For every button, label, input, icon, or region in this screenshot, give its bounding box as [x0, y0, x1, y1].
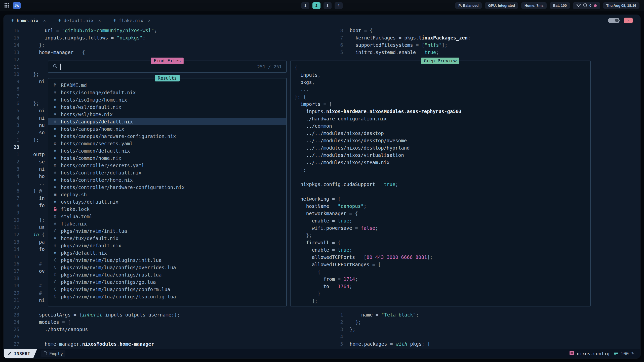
code-line: 27 home-manager.nixosModules.home-manage…: [4, 340, 335, 348]
result-item[interactable]: ▣deploy.sh: [48, 191, 286, 198]
result-item[interactable]: ❄flake.nix: [48, 220, 286, 227]
result-item[interactable]: ☾pkgs/nvim/nvim/lua/configs/rust.lua: [48, 271, 286, 278]
grep-preview-title: Grep Preview: [421, 58, 459, 64]
close-tab-icon[interactable]: ✕: [148, 18, 151, 23]
results-title: Results: [155, 75, 180, 81]
result-item[interactable]: ❄pkgs/default.nix: [48, 249, 286, 256]
terminal-window: ❄home.nix✕❄default.nix✕❄flake.nix✕ ✕ 16 …: [4, 15, 640, 358]
result-item[interactable]: ☾pkgs/nvim/nvim/lua/plugins/init.lua: [48, 256, 286, 264]
buffer-indicator: Empty: [41, 350, 65, 357]
code-text: modules = [: [33, 319, 71, 326]
result-item[interactable]: ❄hosts/controller/home.nix: [48, 176, 286, 184]
close-tab-icon[interactable]: ✕: [43, 18, 46, 23]
result-item[interactable]: ⚙stylua.toml: [48, 213, 286, 220]
shield-count: 0: [589, 4, 591, 8]
line-number: 11: [4, 63, 19, 71]
result-label: hosts/controller/default.nix: [61, 170, 141, 175]
logo-badge[interactable]: JW: [13, 2, 21, 9]
code-text: ni: [33, 114, 45, 122]
nix-icon: ❄: [52, 236, 58, 240]
code-text: imports = [: [295, 101, 332, 108]
code-text: ];: [295, 166, 306, 173]
result-item[interactable]: flake.lock: [48, 205, 286, 213]
code-text: ../../modules/nixos/steam.nix: [295, 159, 390, 166]
result-item[interactable]: ❄hosts/wsl/default.nix: [48, 103, 286, 111]
result-item[interactable]: ❄pkgs/nvim/default.nix: [48, 242, 286, 249]
result-item[interactable]: ⚙hosts/common/secrets.yaml: [48, 140, 286, 147]
yaml-icon: ⚙: [52, 142, 58, 146]
result-item[interactable]: MREADME.md: [48, 81, 286, 89]
result-item[interactable]: ❄hosts/common/home.nix: [48, 154, 286, 162]
code-text: hostName = "canopus";: [295, 203, 367, 210]
result-item[interactable]: ❄hosts/canopus/home.nix: [48, 125, 286, 132]
line-number: 27: [4, 340, 19, 348]
app-launcher-icon[interactable]: [5, 3, 9, 8]
result-item[interactable]: ❄hosts/wsl/home.nix: [48, 111, 286, 118]
code-text: fo: [33, 246, 45, 253]
grep-preview-pane: { inputs, pkgs, ...}: { imports = [ inpu…: [290, 61, 591, 306]
find-files-results[interactable]: MREADME.md❄hosts/isoImage/default.nix❄ho…: [48, 78, 287, 306]
workspace-button-2[interactable]: 2: [312, 2, 320, 9]
window-close-button[interactable]: ✕: [624, 18, 633, 23]
code-text: to = 1764;: [295, 283, 352, 290]
result-item[interactable]: ❄hosts/canopus/default.nix: [48, 118, 286, 125]
code-line: {: [295, 64, 590, 71]
result-item[interactable]: ⚙hosts/controller/secrets.yaml: [48, 162, 286, 169]
line-number: 3: [4, 165, 19, 173]
code-text: }: {: [295, 93, 306, 101]
code-text: };: [350, 326, 355, 333]
line-number: 8: [4, 202, 19, 209]
code-line: [295, 173, 590, 181]
result-item[interactable]: ☾pkgs/nvim/nvim/lua/configs/lspconfig.lu…: [48, 293, 286, 300]
nix-icon: ❄: [113, 18, 116, 23]
editor-pane-right-bottom[interactable]: 1 name = "Tela-black";2 };3};45home.pack…: [335, 311, 640, 348]
result-item[interactable]: ❄overlays/default.nix: [48, 198, 286, 205]
code-line: 26: [4, 333, 335, 340]
result-item[interactable]: ❄hosts/isoImage/home.nix: [48, 96, 286, 103]
workspace-button-3[interactable]: 3: [324, 2, 332, 9]
result-item[interactable]: ☾pkgs/nvim/nvim/lua/configs/conform.lua: [48, 286, 286, 293]
result-item[interactable]: ❄hosts/canopus/hardware-configuration.ni…: [48, 132, 286, 140]
code-text: home-manager.nixosModules.home-manager: [33, 340, 154, 348]
text-cursor: [60, 64, 61, 70]
code-line: 13 home-manager = {: [4, 49, 335, 56]
result-item[interactable]: ❄hosts/common/default.nix: [48, 147, 286, 154]
close-tab-icon[interactable]: ✕: [98, 18, 101, 23]
toml-icon: ⚙: [52, 214, 58, 218]
code-line: ];: [295, 166, 590, 173]
code-text: };: [295, 232, 312, 239]
tab-home.nix[interactable]: ❄home.nix✕: [11, 18, 46, 23]
result-item[interactable]: ❄hosts/controller/default.nix: [48, 169, 286, 176]
result-label: pkgs/nvim/nvim/lua/configs/conform.lua: [61, 287, 170, 292]
code-text: se: [33, 158, 45, 165]
workspace-button-4[interactable]: 4: [335, 2, 343, 9]
code-line: imports = [: [295, 101, 590, 108]
editor-pane-right-top[interactable]: 8boot = {7 kernelPackages = pkgs.linuxPa…: [335, 26, 640, 56]
workspace-button-1[interactable]: 1: [301, 2, 309, 9]
lua-icon: ☾: [52, 273, 58, 277]
result-label: hosts/canopus/home.nix: [61, 126, 124, 132]
line-number: 1: [4, 151, 19, 158]
code-line: ../../modules/nixos/virtualisation: [295, 152, 590, 159]
result-item[interactable]: ☾pkgs/nvim/nvim/lua/configs/go.lua: [48, 278, 286, 286]
result-item[interactable]: ❄hosts/controller/hardware-configuration…: [48, 184, 286, 191]
line-number: 7: [4, 93, 19, 100]
tab-flake.nix[interactable]: ❄flake.nix✕: [113, 18, 150, 23]
tab-default.nix[interactable]: ❄default.nix✕: [58, 18, 101, 23]
result-item[interactable]: ❄hosts/isoImage/default.nix: [48, 89, 286, 96]
code-line: wifi.powersave = false;: [295, 224, 590, 232]
window-toggle-button[interactable]: [608, 18, 620, 23]
code-line: 1 name = "Tela-black";: [335, 311, 640, 319]
code-text: nu: [33, 122, 45, 129]
nix-icon: ❄: [52, 251, 58, 255]
code-text: ./hardware-configuration.nix: [295, 115, 387, 122]
result-label: hosts/controller/home.nix: [61, 177, 133, 183]
line-number: 15: [4, 34, 19, 41]
code-text: in: [33, 195, 45, 202]
result-item[interactable]: ☾pkgs/nvim/nvim/init.lua: [48, 227, 286, 235]
code-line: enable = true;: [295, 246, 590, 254]
lua-icon: ☾: [52, 229, 58, 233]
nix-icon: ❄: [52, 222, 58, 226]
result-item[interactable]: ❄home/tux/default.nix: [48, 235, 286, 242]
result-item[interactable]: ☾pkgs/nvim/nvim/lua/configs/overrides.lu…: [48, 264, 286, 271]
